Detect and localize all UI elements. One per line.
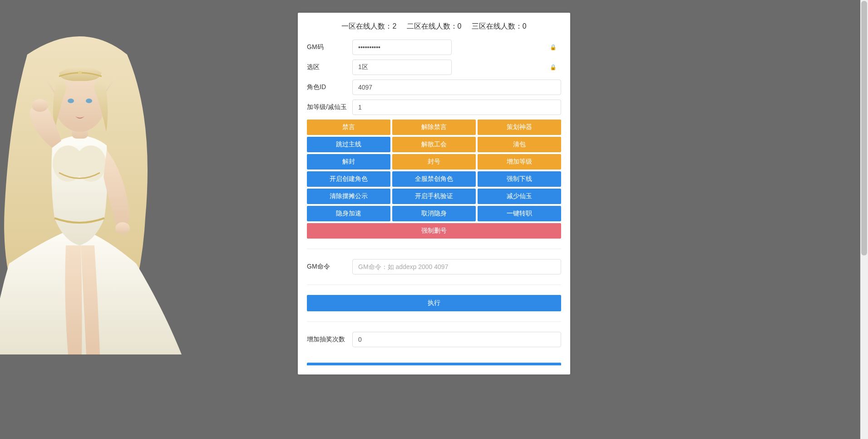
zone3-count: 0 [523,22,527,30]
svg-point-3 [54,68,106,132]
lock-icon: 🔒 [550,44,557,50]
skip-main-button[interactable]: 跳过主线 [307,137,390,152]
enable-create-role-button[interactable]: 开启创建角色 [307,171,390,187]
partial-button[interactable] [307,363,561,365]
zone1-label: 一区在线人数： [341,22,392,30]
force-delete-button[interactable]: 强制删号 [307,223,561,239]
zone2-label: 二区在线人数： [407,22,458,30]
unban-button[interactable]: 解封 [307,154,390,170]
change-class-button[interactable]: 一键转职 [478,206,561,221]
lock-icon: 🔒 [550,64,557,70]
lottery-label: 增加抽奖次数 [307,335,352,344]
zone-label: 选区 [307,63,352,71]
cancel-stealth-button[interactable]: 取消隐身 [392,206,476,221]
zone2-count: 0 [458,22,462,30]
level-label: 加等级/减仙玉 [307,103,352,111]
svg-point-1 [75,145,106,182]
divider [307,249,561,249]
level-input[interactable] [352,100,561,115]
lottery-input[interactable] [352,332,561,347]
reduce-jade-button[interactable]: 减少仙玉 [478,189,561,204]
zone-select[interactable] [352,60,452,75]
clear-stall-button[interactable]: 清除摆摊公示 [307,189,390,204]
svg-point-4 [78,71,82,75]
execute-button[interactable]: 执行 [307,295,561,311]
role-id-label: 角色ID [307,83,352,91]
admin-panel: 一区在线人数：2 二区在线人数：0 三区在线人数：0 GM码 🔒 选区 🔒 角色… [298,13,570,374]
gm-code-input[interactable] [352,40,452,55]
zone3-label: 三区在线人数： [472,22,523,30]
mute-button[interactable]: 禁言 [307,120,390,135]
ban-button[interactable]: 封号 [392,154,476,170]
gm-cmd-label: GM命令 [307,263,352,271]
stealth-speed-button[interactable]: 隐身加速 [307,206,390,221]
force-offline-button[interactable]: 强制下线 [478,171,561,187]
svg-point-0 [53,145,84,182]
planner-artifact-button[interactable]: 策划神器 [478,120,561,135]
character-image [0,27,200,354]
scrollbar-thumb[interactable] [861,1,867,255]
svg-point-6 [86,99,92,103]
disband-guild-button[interactable]: 解散工会 [392,137,476,152]
scrollbar-track[interactable] [860,0,868,439]
clear-bag-button[interactable]: 清包 [478,137,561,152]
gm-cmd-input[interactable] [352,259,561,274]
enable-phone-verify-button[interactable]: 开启手机验证 [392,189,476,204]
svg-rect-2 [72,120,88,139]
svg-point-5 [68,99,74,103]
divider [307,321,561,322]
disable-create-role-button[interactable]: 全服禁创角色 [392,171,476,187]
divider [307,284,561,285]
unmute-button[interactable]: 解除禁言 [392,120,476,135]
svg-point-8 [115,222,130,234]
gm-code-label: GM码 [307,43,352,51]
svg-point-7 [32,99,48,112]
role-id-input[interactable] [352,80,561,95]
online-count-header: 一区在线人数：2 二区在线人数：0 三区在线人数：0 [307,22,561,31]
add-level-button[interactable]: 增加等级 [478,154,561,170]
zone1-count: 2 [392,22,396,30]
